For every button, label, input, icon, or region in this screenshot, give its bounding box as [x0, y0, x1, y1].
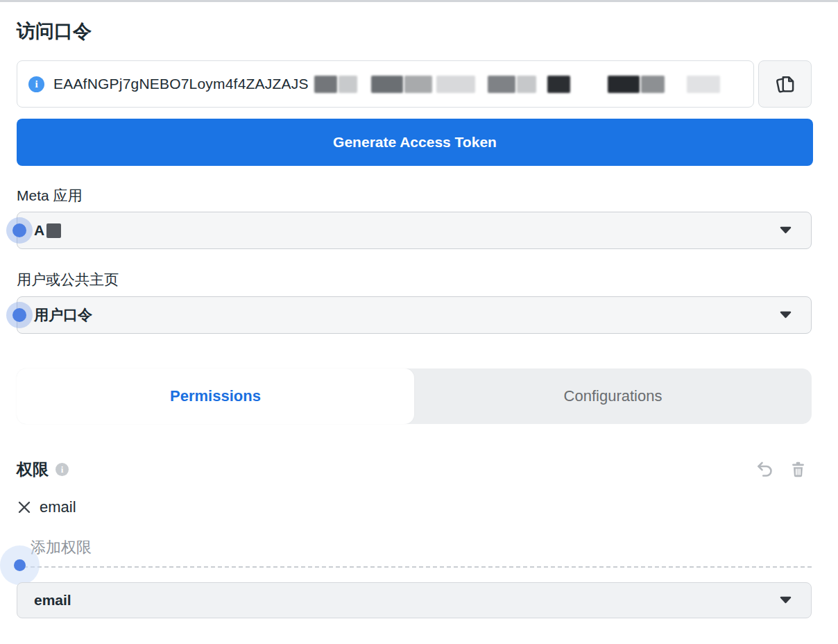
info-icon[interactable]: i — [55, 463, 69, 476]
access-token-value: EAAfNGPj7gNEBO7Loym4f4ZAJZAJS — [53, 76, 309, 92]
redacted-block — [687, 76, 720, 93]
permission-dropdown[interactable]: email — [17, 582, 812, 618]
redacted-block — [371, 76, 403, 93]
redacted-block — [488, 76, 515, 93]
chevron-down-icon — [780, 594, 792, 607]
generate-access-token-button[interactable]: Generate Access Token — [17, 119, 813, 166]
tab-configurations[interactable]: Configurations — [414, 368, 812, 424]
user-token-value: 用户口令 — [34, 305, 92, 325]
chevron-down-icon — [780, 224, 792, 237]
permissions-title: 权限 — [17, 459, 49, 480]
add-permission-row — [17, 537, 812, 568]
permission-tag-label: email — [40, 498, 76, 516]
redacted-block — [314, 76, 337, 93]
translate-dot-icon — [6, 302, 33, 328]
undo-icon[interactable] — [755, 460, 774, 479]
tab-switcher: Permissions Configurations — [17, 368, 812, 424]
copy-token-button[interactable] — [758, 60, 812, 108]
redacted-block — [641, 76, 665, 93]
meta-app-select[interactable]: A — [17, 212, 812, 249]
redacted-block — [608, 76, 640, 93]
redacted-block — [436, 76, 475, 93]
access-token-panel: 访问口令 i EAAfNGPj7gNEBO7Loym4f4ZAJZAJS — [17, 20, 812, 618]
redacted-block — [46, 223, 61, 238]
redacted-block — [404, 76, 432, 93]
permission-tag: email — [17, 498, 812, 516]
token-row: i EAAfNGPj7gNEBO7Loym4f4ZAJZAJS — [17, 60, 812, 108]
permissions-header: 权限 i — [17, 459, 812, 480]
add-permission-input[interactable] — [31, 539, 308, 557]
redacted-block — [547, 76, 570, 93]
user-token-select[interactable]: 用户口令 — [17, 296, 812, 334]
redacted-block — [339, 76, 357, 93]
redacted-block — [517, 76, 536, 93]
meta-app-value: A — [34, 222, 44, 239]
copy-icon — [773, 72, 797, 96]
page-title: 访问口令 — [17, 20, 812, 42]
permission-dropdown-value: email — [34, 592, 71, 609]
user-or-page-label: 用户或公共主页 — [17, 271, 812, 289]
top-divider — [0, 0, 838, 2]
trash-icon[interactable] — [789, 460, 807, 479]
tab-permissions[interactable]: Permissions — [17, 368, 414, 424]
chevron-down-icon — [780, 309, 792, 321]
meta-app-label: Meta 应用 — [17, 187, 812, 205]
translate-dot-icon — [6, 217, 33, 244]
remove-permission-icon[interactable] — [17, 500, 32, 515]
info-icon[interactable]: i — [28, 76, 44, 92]
access-token-field[interactable]: i EAAfNGPj7gNEBO7Loym4f4ZAJZAJS — [17, 60, 754, 108]
